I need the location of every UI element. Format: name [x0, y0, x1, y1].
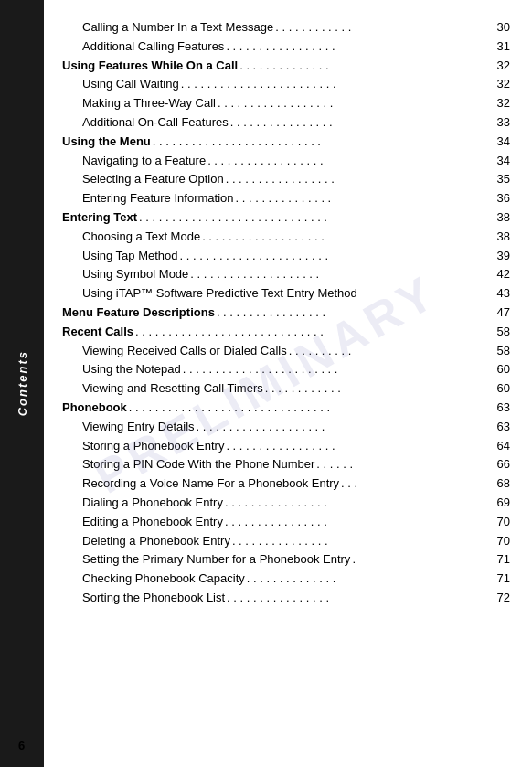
toc-item: Storing a PIN Code With the Phone Number… — [62, 455, 510, 474]
toc-entry-text: Using Tap Method — [62, 247, 178, 266]
toc-entry-page: 69 — [488, 494, 510, 513]
toc-container: Calling a Number In a Text Message. . . … — [62, 18, 510, 608]
toc-entry-text: Making a Three-Way Call — [62, 94, 216, 113]
toc-entry-dots: . . . . . . . . . . . . . . . — [230, 532, 488, 551]
toc-entry-text: Using Symbol Mode — [62, 265, 188, 284]
toc-item: Setting the Primary Number for a Phonebo… — [62, 550, 510, 570]
toc-entry-dots: . . . . . . . . . . . . . . . . . — [215, 304, 488, 323]
toc-entry-dots: . . . . . . . . . . . . . . . . . . . . … — [151, 133, 488, 152]
toc-entry-page: 64 — [488, 437, 510, 456]
sidebar-label: Contents — [16, 350, 29, 416]
toc-entry-dots: . . . . . . . . . . . . . . . . — [225, 589, 488, 608]
toc-item: Using the Menu. . . . . . . . . . . . . … — [62, 133, 510, 152]
toc-entry-page: 38 — [488, 208, 510, 228]
toc-entry-dots: . . . . . . . . . . . . . . — [245, 570, 488, 589]
toc-entry-text: Calling a Number In a Text Message — [62, 18, 273, 37]
toc-item: Using Call Waiting. . . . . . . . . . . … — [62, 75, 510, 94]
toc-entry-text: Using the Menu — [62, 133, 151, 152]
toc-entry-dots: . . . . . . . . . . . . — [263, 379, 488, 399]
toc-item: Selecting a Feature Option. . . . . . . … — [62, 170, 510, 189]
toc-item: Additional On-Call Features. . . . . . .… — [62, 113, 510, 133]
toc-entry-page: 43 — [488, 284, 510, 304]
toc-item: Dialing a Phonebook Entry. . . . . . . .… — [62, 494, 510, 513]
toc-entry-dots: . . . . . . . . . . . . . . . . — [223, 494, 488, 513]
toc-entry-text: Entering Text — [62, 208, 137, 228]
toc-entry-page: 36 — [488, 189, 510, 208]
toc-entry-text: Additional Calling Features — [62, 37, 224, 57]
toc-item: Using Symbol Mode. . . . . . . . . . . .… — [62, 265, 510, 284]
toc-item: Calling a Number In a Text Message. . . … — [62, 18, 510, 37]
toc-item: Using Features While On a Call. . . . . … — [62, 57, 510, 76]
toc-entry-page: 47 — [488, 304, 510, 323]
toc-entry-text: Using the Notepad — [62, 360, 181, 379]
toc-entry-page: 34 — [488, 133, 510, 152]
toc-entry-dots: . . . . . . . . . . — [287, 342, 488, 361]
toc-entry-page: 31 — [488, 37, 510, 57]
toc-entry-text: Phonebook — [62, 399, 127, 418]
toc-entry-page: 70 — [488, 532, 510, 551]
toc-item: Choosing a Text Mode. . . . . . . . . . … — [62, 228, 510, 247]
toc-entry-dots: . . . . . . . . . . . . . . . . . . . . — [188, 265, 488, 284]
toc-item: Recent Calls. . . . . . . . . . . . . . … — [62, 323, 510, 342]
toc-entry-text: Checking Phonebook Capacity — [62, 570, 245, 589]
toc-entry-dots: . . . . . . . . . . . . . . — [238, 57, 488, 76]
toc-entry-dots: . . . . . . . . . . . . . . . . . . — [216, 94, 488, 113]
toc-item: Using the Notepad. . . . . . . . . . . .… — [62, 360, 510, 379]
toc-entry-text: Viewing and Resetting Call Timers — [62, 379, 263, 399]
toc-entry-page: 68 — [488, 474, 510, 494]
toc-entry-page: 58 — [488, 342, 510, 361]
toc-entry-text: Dialing a Phonebook Entry — [62, 494, 223, 513]
toc-item: Viewing Received Calls or Dialed Calls. … — [62, 342, 510, 361]
toc-item: Using iTAP™ Software Predictive Text Ent… — [62, 284, 510, 304]
toc-item: Deleting a Phonebook Entry. . . . . . . … — [62, 532, 510, 551]
toc-entry-dots: . . . . . . . . . . . . . . . . . . . — [200, 228, 488, 247]
toc-entry-page: 42 — [488, 265, 510, 284]
toc-item: Entering Feature Information. . . . . . … — [62, 189, 510, 208]
toc-entry-page: 34 — [488, 152, 510, 171]
toc-entry-text: Sorting the Phonebook List — [62, 589, 225, 608]
toc-entry-text: Recent Calls — [62, 323, 133, 342]
toc-entry-text: Recording a Voice Name For a Phonebook E… — [62, 474, 339, 494]
toc-entry-page: 32 — [488, 75, 510, 94]
toc-entry-dots: . . . . . . . . . . . . . . . . . . . . — [195, 418, 488, 437]
toc-entry-dots: . — [350, 550, 488, 570]
toc-entry-page: 35 — [488, 170, 510, 189]
toc-entry-dots: . . . . . . . . . . . . . . . . . . . . … — [181, 360, 488, 379]
toc-item: Checking Phonebook Capacity. . . . . . .… — [62, 570, 510, 589]
toc-entry-text: Additional On-Call Features — [62, 113, 229, 133]
toc-entry-dots: . . . . . . . . . . . . . . . . . . . . … — [137, 208, 488, 228]
toc-item: Viewing Entry Details. . . . . . . . . .… — [62, 418, 510, 437]
toc-entry-dots: . . . . . . . . . . . . . . . — [233, 189, 488, 208]
toc-item: Additional Calling Features. . . . . . .… — [62, 37, 510, 57]
toc-item: Storing a Phonebook Entry. . . . . . . .… — [62, 437, 510, 456]
content-area: PRELIMINARY Calling a Number In a Text M… — [44, 0, 532, 767]
toc-entry-dots: . . . . . . . . . . . . . . . . . . . . … — [178, 247, 488, 266]
toc-entry-dots: . . . . . . . . . . . . . . . . — [229, 113, 488, 133]
toc-entry-text: Setting the Primary Number for a Phonebo… — [62, 550, 350, 570]
toc-entry-dots: . . . . . . . . . . . . . . . . — [223, 513, 488, 532]
toc-entry-dots: . . . . . . . . . . . . . . . . . . . . … — [179, 75, 488, 94]
toc-item: Menu Feature Descriptions. . . . . . . .… — [62, 304, 510, 323]
toc-entry-dots: . . . . . . — [314, 455, 488, 474]
toc-entry-dots: . . . . . . . . . . . . . . . . . . — [206, 152, 488, 171]
toc-item: Navigating to a Feature. . . . . . . . .… — [62, 152, 510, 171]
toc-item: Using Tap Method. . . . . . . . . . . . … — [62, 247, 510, 266]
toc-entry-dots: . . . . . . . . . . . . — [273, 18, 488, 37]
toc-entry-page: 60 — [488, 360, 510, 379]
toc-entry-page: 33 — [488, 113, 510, 133]
toc-entry-page: 71 — [488, 570, 510, 589]
toc-entry-text: Using iTAP™ Software Predictive Text Ent… — [62, 284, 357, 304]
page-number: 6 — [18, 739, 25, 752]
toc-entry-page: 32 — [488, 57, 510, 76]
toc-entry-text: Selecting a Feature Option — [62, 170, 224, 189]
toc-item: Making a Three-Way Call. . . . . . . . .… — [62, 94, 510, 113]
toc-entry-page: 39 — [488, 247, 510, 266]
toc-entry-text: Entering Feature Information — [62, 189, 233, 208]
toc-entry-text: Deleting a Phonebook Entry — [62, 532, 230, 551]
toc-entry-page: 63 — [488, 418, 510, 437]
toc-entry-dots: . . . . . . . . . . . . . . . . . . . . … — [133, 323, 488, 342]
sidebar: Contents — [0, 0, 44, 767]
toc-item: Viewing and Resetting Call Timers. . . .… — [62, 379, 510, 399]
toc-entry-text: Viewing Received Calls or Dialed Calls — [62, 342, 287, 361]
toc-entry-text: Choosing a Text Mode — [62, 228, 200, 247]
